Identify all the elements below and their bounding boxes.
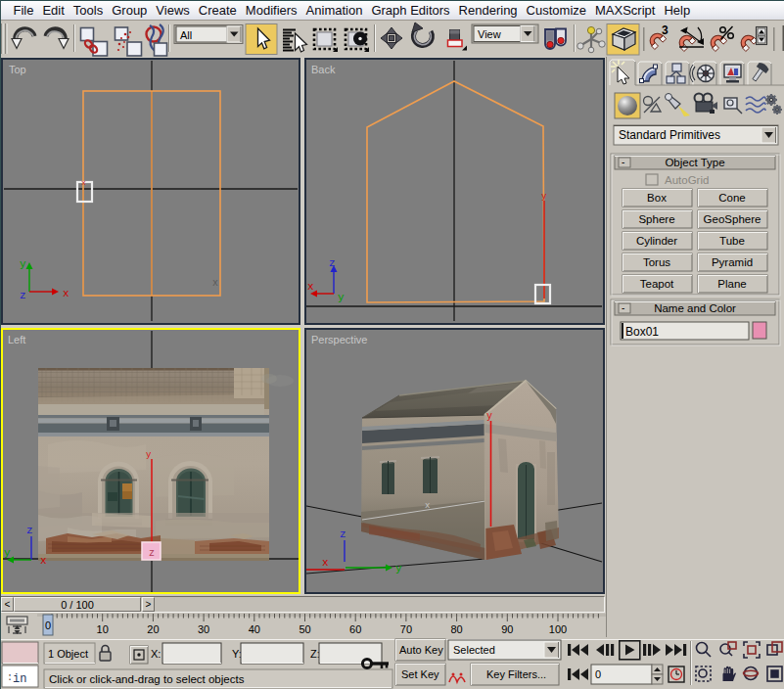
svg-text:Cylinder: Cylinder [636,235,677,247]
svg-text:Z:: Z: [310,648,320,660]
svg-text:GeoSphere: GeoSphere [704,213,761,225]
svg-text:x: x [63,288,69,299]
svg-text:z: z [340,528,346,540]
svg-text:-: - [622,157,624,167]
svg-text:Box: Box [647,192,667,204]
svg-text:y: y [4,547,11,559]
svg-text:Sphere: Sphere [638,213,674,225]
svg-text:x: x [81,178,86,187]
svg-text:Top: Top [9,64,26,75]
svg-text:X:: X: [151,648,161,660]
svg-text:View: View [478,28,501,40]
svg-text:All: All [180,29,192,41]
svg-text:-: - [622,302,624,313]
svg-text:y: y [486,411,492,422]
svg-text:Pyramid: Pyramid [712,256,753,268]
svg-text:x: x [307,281,314,293]
svg-text:y: y [146,450,152,460]
svg-text:y: y [20,258,26,270]
svg-text:Cone: Cone [718,192,746,204]
svg-text:Object Type: Object Type [665,157,724,168]
svg-text::: : [7,672,13,683]
svg-text:z: z [149,548,155,559]
svg-text:y: y [338,292,345,303]
svg-text:Auto Key: Auto Key [399,644,443,656]
svg-text:x: x [322,557,329,569]
svg-text:y: y [541,192,547,202]
svg-text:z: z [329,257,336,269]
svg-text:Teapot: Teapot [640,278,674,290]
svg-text:90: 90 [501,623,513,635]
svg-text:AutoGrid: AutoGrid [665,174,709,186]
svg-text:Tube: Tube [719,235,745,247]
svg-text:Back: Back [311,64,336,75]
svg-text:0: 0 [45,620,51,631]
svg-text:y: y [395,563,402,574]
svg-text:20: 20 [147,623,159,635]
svg-text:Key Filters...: Key Filters... [486,668,546,680]
svg-text:Box01: Box01 [625,325,659,339]
svg-text:80: 80 [450,623,462,635]
svg-text:Standard Primitives: Standard Primitives [619,128,720,142]
svg-text:100: 100 [549,623,567,635]
svg-text:z: z [20,290,26,301]
svg-text:Name and Color: Name and Color [654,302,736,314]
svg-text:in: in [13,672,26,686]
svg-text:70: 70 [400,623,412,635]
svg-text:Torus: Torus [643,256,670,268]
svg-text:Y:: Y: [232,648,242,660]
svg-text:3: 3 [662,23,669,37]
svg-text:Plane: Plane [717,278,746,290]
svg-text:10: 10 [97,623,109,635]
svg-text:Perspective: Perspective [311,334,367,345]
svg-text:1 Object: 1 Object [48,648,88,660]
svg-text:Click or click-and-drag to sel: Click or click-and-drag to select object… [49,673,245,685]
svg-text:Selected: Selected [453,644,495,656]
svg-text:30: 30 [198,623,209,635]
svg-text:x: x [40,555,47,567]
svg-text:40: 40 [249,623,260,635]
svg-text:60: 60 [349,623,361,635]
svg-text:z: z [26,525,33,536]
svg-text:Set Key: Set Key [401,668,439,680]
svg-text:x: x [425,501,430,511]
svg-text:Left: Left [8,334,25,345]
svg-text:0: 0 [595,668,601,680]
svg-text:50: 50 [299,623,310,635]
svg-text:x: x [212,278,218,289]
